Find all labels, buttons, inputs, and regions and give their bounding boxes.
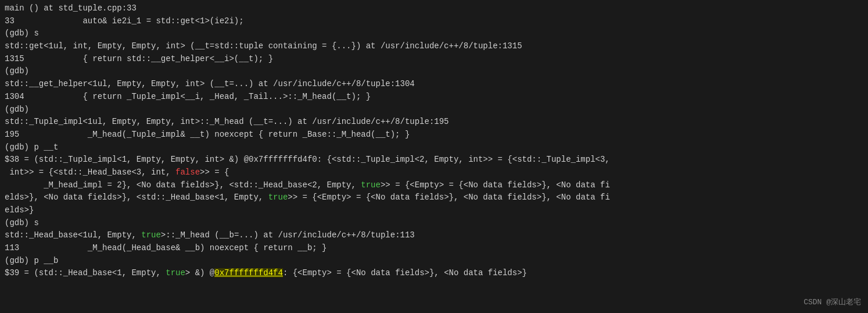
terminal-line: _M_head_impl = 2}, <No data fields>}, <s…	[5, 179, 863, 192]
terminal-line: std::get<1ul, int, Empty, Empty, int> (_…	[5, 40, 863, 53]
line-segment: 1304 { return _Tuple_impl<__i, _Head, _T…	[5, 92, 371, 101]
line-segment: >> = {	[200, 168, 229, 177]
line-segment: false	[175, 168, 200, 177]
terminal-line: (gdb) p __b	[5, 255, 863, 268]
line-segment: main () at std_tuple.cpp:33	[5, 3, 137, 13]
terminal-line: $38 = (std::_Tuple_impl<1, Empty, Empty,…	[5, 154, 863, 166]
terminal-line: elds>}, <No data fields>}, <std::_Head_b…	[5, 191, 863, 204]
terminal-line: main () at std_tuple.cpp:33	[5, 2, 863, 15]
terminal-line: 1304 { return _Tuple_impl<__i, _Head, _T…	[5, 91, 863, 104]
line-segment: >::_M_head (__b=...) at /usr/include/c++…	[161, 230, 415, 240]
terminal-line: std::_Tuple_impl<1ul, Empty, Empty, int>…	[5, 116, 863, 129]
line-segment: std::_Tuple_impl<1ul, Empty, Empty, int>…	[5, 117, 449, 126]
terminal-line: (gdb) s	[5, 27, 863, 40]
line-segment: (gdb) s	[5, 29, 39, 38]
line-segment: std::get<1ul, int, Empty, Empty, int> (_…	[5, 41, 522, 51]
line-segment: (gdb) s	[5, 218, 39, 227]
line-segment: (gdb)	[5, 105, 29, 114]
line-segment: 195 _M_head(_Tuple_impl& __t) noexcept {…	[5, 130, 410, 139]
terminal-line: 195 _M_head(_Tuple_impl& __t) noexcept {…	[5, 129, 863, 141]
line-segment: $38 = (std::_Tuple_impl<1, Empty, Empty,…	[5, 155, 610, 164]
line-segment: true	[166, 268, 185, 278]
line-segment: _M_head_impl = 2}, <No data fields>}, <s…	[5, 180, 361, 190]
watermark: CSDN @深山老宅	[804, 297, 861, 307]
line-segment: true	[361, 180, 381, 190]
line-segment: : {<Empty> = {<No data fields>}, <No dat…	[283, 268, 527, 278]
line-segment: std::_Head_base<1ul, Empty,	[5, 230, 141, 240]
line-segment: $39 = (std::_Head_base<1, Empty,	[5, 268, 166, 278]
line-segment: 113 _M_head(_Head_base& __b) noexcept { …	[5, 243, 327, 252]
terminal: main () at std_tuple.cpp:3333 auto& ie2i…	[0, 0, 868, 313]
terminal-line: std::__get_helper<1ul, Empty, Empty, int…	[5, 78, 863, 91]
line-segment: > &) @	[185, 268, 214, 278]
terminal-line: (gdb) p __t	[5, 141, 863, 154]
line-segment: std::__get_helper<1ul, Empty, Empty, int…	[5, 79, 415, 88]
line-segment: (gdb) p __b	[5, 256, 58, 265]
line-segment: (gdb)	[5, 66, 29, 76]
line-segment: int>> = {<std::_Head_base<3, int,	[5, 168, 175, 177]
terminal-line: 1315 { return std::__get_helper<__i>(__t…	[5, 53, 863, 66]
line-segment: (gdb) p __t	[5, 143, 58, 152]
terminal-line: 33 auto& ie2i_1 = std::get<1>(ie2i);	[5, 15, 863, 28]
terminal-line: (gdb) s	[5, 217, 863, 230]
line-segment: 33 auto& ie2i_1 = std::get<1>(ie2i);	[5, 16, 244, 26]
terminal-line: elds>}	[5, 204, 863, 217]
line-segment: >> = {<Empty> = {<No data fields>}, <No …	[288, 193, 610, 202]
terminal-line: $39 = (std::_Head_base<1, Empty, true> &…	[5, 267, 863, 280]
terminal-line: std::_Head_base<1ul, Empty, true>::_M_he…	[5, 229, 863, 242]
terminal-line: int>> = {<std::_Head_base<3, int, false>…	[5, 166, 863, 179]
line-segment: true	[141, 230, 161, 240]
line-segment: elds>}	[5, 205, 34, 215]
line-segment: elds>}, <No data fields>}, <std::_Head_b…	[5, 193, 268, 202]
line-segment: 0x7fffffffd4f4	[214, 268, 283, 278]
terminal-line: 113 _M_head(_Head_base& __b) noexcept { …	[5, 242, 863, 255]
terminal-line: (gdb)	[5, 104, 863, 116]
terminal-line: (gdb)	[5, 65, 863, 78]
line-segment: true	[268, 193, 288, 202]
line-segment: 1315 { return std::__get_helper<__i>(__t…	[5, 54, 273, 63]
line-segment: >> = {<Empty> = {<No data fields>}, <No …	[381, 180, 610, 190]
